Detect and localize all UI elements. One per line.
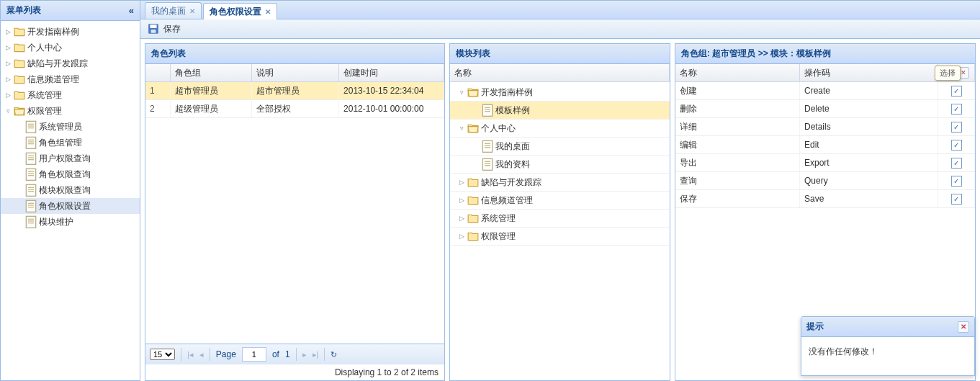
expander-icon[interactable]: ▷ xyxy=(456,179,467,186)
module-panel-title: 模块列表 xyxy=(456,48,490,60)
tab-close-icon[interactable]: ✕ xyxy=(265,8,271,16)
expander-icon[interactable]: ▿ xyxy=(456,89,467,96)
expander-icon[interactable]: ▷ xyxy=(2,76,14,83)
module-grid-header: 名称 xyxy=(450,64,670,82)
save-icon xyxy=(148,23,159,35)
checkbox[interactable]: ✓ xyxy=(951,122,962,133)
of-label: of xyxy=(272,349,279,359)
expander-icon[interactable]: ▷ xyxy=(456,215,467,222)
checkbox[interactable]: ✓ xyxy=(951,86,962,97)
tree-leaf[interactable]: 模块权限查询 xyxy=(1,182,140,198)
expander-icon[interactable]: ▿ xyxy=(2,107,14,115)
cell-desc: 全部授权 xyxy=(252,100,339,117)
close-icon[interactable]: ✕ xyxy=(958,321,969,333)
select-tooltip: 选择 xyxy=(935,66,961,81)
page-size-select[interactable]: 15 xyxy=(150,349,175,360)
cell-group: 超级管理员 xyxy=(171,100,253,117)
tree-leaf[interactable]: 系统管理员 xyxy=(1,119,140,135)
prev-page-button[interactable]: ◂ xyxy=(199,350,204,359)
svg-rect-29 xyxy=(150,24,156,28)
cell-perm-name: 编辑 xyxy=(675,136,800,153)
page-icon xyxy=(482,104,493,116)
col-module-name[interactable]: 名称 xyxy=(450,64,670,81)
tree-leaf[interactable]: 模块维护 xyxy=(1,214,140,230)
module-folder[interactable]: ▷系统管理 xyxy=(450,210,670,228)
display-info: Displaying 1 to 2 of 2 items xyxy=(145,364,444,380)
expander-icon[interactable]: ▿ xyxy=(456,125,467,132)
perm-row[interactable]: 创建Create✓ xyxy=(675,82,975,100)
col-desc[interactable]: 说明 xyxy=(252,64,339,81)
page-icon xyxy=(25,216,37,228)
svg-rect-12 xyxy=(26,169,35,180)
perm-row[interactable]: 编辑Edit✓ xyxy=(675,136,975,154)
checkbox[interactable]: ✓ xyxy=(951,158,962,169)
role-panel: 角色列表 角色组 说明 创建时间 1超市管理员超市管理员2013-10-15 2… xyxy=(145,43,445,381)
first-page-button[interactable]: |◂ xyxy=(187,350,194,359)
col-perm-code[interactable]: 操作码 xyxy=(800,64,938,81)
expander-icon[interactable]: ▷ xyxy=(2,91,14,99)
role-panel-header: 角色列表 xyxy=(145,44,444,64)
module-folder[interactable]: ▷权限管理 xyxy=(450,228,670,246)
folder-icon xyxy=(14,89,25,101)
tree-leaf[interactable]: 角色权限查询 xyxy=(1,166,140,182)
tree-node-label: 模块维护 xyxy=(39,216,73,228)
tree-node-label: 模块权限查询 xyxy=(39,184,91,197)
module-leaf[interactable]: 模板样例 xyxy=(450,102,670,120)
tree-leaf[interactable]: 用户权限查询 xyxy=(1,151,140,166)
module-leaf[interactable]: 我的资料 xyxy=(450,156,670,174)
table-row[interactable]: 2超级管理员全部授权2012-10-01 00:00:00 xyxy=(145,100,444,118)
perm-row[interactable]: 保存Save✓ xyxy=(675,190,975,208)
module-leaf[interactable]: 我的桌面 xyxy=(450,138,670,156)
page-input[interactable] xyxy=(242,347,266,362)
perm-row[interactable]: 详细Details✓ xyxy=(675,118,975,136)
perm-row[interactable]: 查询Query✓ xyxy=(675,172,975,190)
tree-folder[interactable]: ▿权限管理 xyxy=(1,103,140,119)
expander-icon[interactable]: ▷ xyxy=(2,44,14,51)
expander-icon[interactable]: ▷ xyxy=(2,60,14,67)
col-date[interactable]: 创建时间 xyxy=(339,64,444,81)
save-button[interactable]: 保存 xyxy=(145,22,184,37)
tree-folder[interactable]: ▷系统管理 xyxy=(1,87,140,103)
table-row[interactable]: 1超市管理员超市管理员2013-10-15 22:34:04 xyxy=(145,82,444,100)
tree-folder[interactable]: ▷缺陷与开发跟踪 xyxy=(1,55,140,71)
expander-icon[interactable]: ▷ xyxy=(456,233,467,240)
module-folder[interactable]: ▿开发指南样例 xyxy=(450,84,670,102)
expander-icon[interactable]: ▷ xyxy=(456,197,467,204)
folder-icon xyxy=(14,73,25,85)
cell-group: 超市管理员 xyxy=(171,82,253,99)
checkbox[interactable]: ✓ xyxy=(951,140,962,151)
checkbox[interactable]: ✓ xyxy=(951,176,962,187)
module-folder[interactable]: ▷缺陷与开发跟踪 xyxy=(450,174,670,192)
tab[interactable]: 角色权限设置✕ xyxy=(203,3,277,19)
perm-row[interactable]: 导出Export✓ xyxy=(675,154,975,172)
expander-icon[interactable]: ▷ xyxy=(2,28,14,35)
perm-row[interactable]: 删除Delete✓ xyxy=(675,100,975,118)
tree-node-label: 用户权限查询 xyxy=(39,153,91,165)
tree-leaf[interactable]: 角色权限设置 xyxy=(1,198,140,214)
checkbox[interactable]: ✓ xyxy=(951,194,962,205)
module-panel: 模块列表 名称 ▿开发指南样例模板样例▿个人中心我的桌面我的资料▷缺陷与开发跟踪… xyxy=(449,43,670,381)
col-perm-name[interactable]: 名称 xyxy=(675,64,800,81)
col-group[interactable]: 角色组 xyxy=(171,64,253,81)
tree-folder[interactable]: ▷个人中心 xyxy=(1,40,140,55)
collapse-icon[interactable]: « xyxy=(129,5,134,16)
tree-folder[interactable]: ▷开发指南样例 xyxy=(1,24,140,40)
tab-close-icon[interactable]: ✕ xyxy=(189,7,195,15)
module-folder[interactable]: ▿个人中心 xyxy=(450,120,670,138)
tree-node-label: 角色权限设置 xyxy=(39,200,91,212)
next-page-button[interactable]: ▸ xyxy=(302,350,307,359)
cell-perm-name: 删除 xyxy=(675,100,800,117)
refresh-button[interactable]: ↻ xyxy=(331,350,337,359)
folder-icon xyxy=(467,122,479,134)
svg-rect-24 xyxy=(26,216,35,228)
last-page-button[interactable]: ▸| xyxy=(313,350,319,359)
row-number: 2 xyxy=(145,100,171,117)
tree-leaf[interactable]: 角色组管理 xyxy=(1,135,140,151)
module-folder[interactable]: ▷信息频道管理 xyxy=(450,192,670,210)
cell-desc: 超市管理员 xyxy=(252,82,339,99)
cell-perm-name: 导出 xyxy=(675,154,800,171)
cell-perm-name: 查询 xyxy=(675,172,800,189)
tree-folder[interactable]: ▷信息频道管理 xyxy=(1,71,140,87)
tab[interactable]: 我的桌面✕ xyxy=(145,2,202,19)
checkbox[interactable]: ✓ xyxy=(951,104,962,115)
